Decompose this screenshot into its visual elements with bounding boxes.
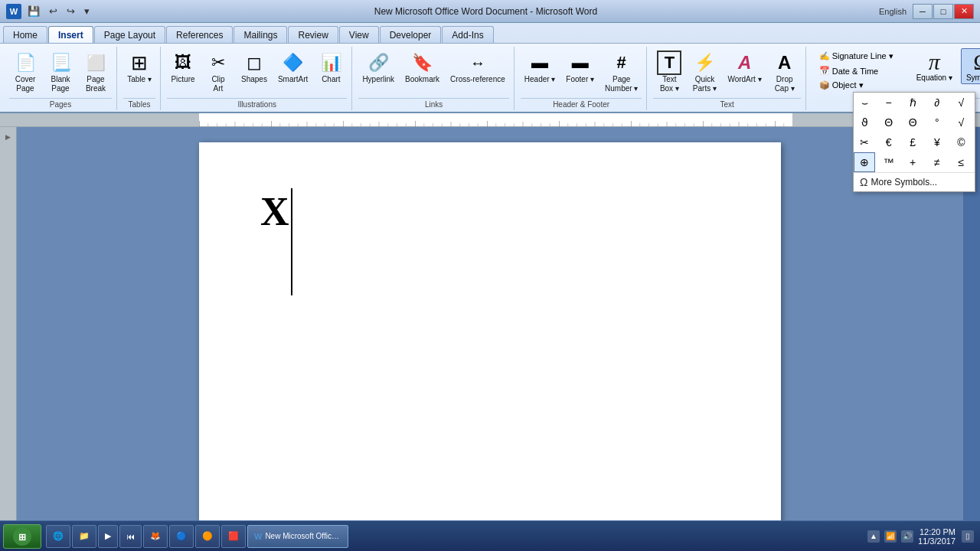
smartart-button[interactable]: 🔷 SmartArt (274, 48, 312, 86)
redo-quick-btn[interactable]: ↪ (64, 4, 78, 18)
cover-page-icon: 📄 (13, 51, 38, 75)
app2-taskbar-btn[interactable]: 🟥 (221, 525, 246, 548)
picture-icon: 🖼 (171, 51, 195, 75)
word-taskbar-btn[interactable]: W New Microsoft Office Word Document... (247, 525, 348, 548)
signature-line-button[interactable]: ✍ Signature Line ▾ (815, 50, 897, 63)
ruler-track (199, 113, 792, 126)
table-button[interactable]: ⊞ Table ▾ (123, 48, 155, 86)
left-panel: ▶ (0, 127, 17, 549)
tab-references[interactable]: References (166, 26, 233, 43)
cross-reference-button[interactable]: ↔ Cross-reference (446, 48, 509, 86)
text-box-button[interactable]: T TextBox ▾ (653, 48, 685, 96)
sym-9[interactable]: √ (950, 112, 972, 132)
illustrations-label: Illustrations (167, 98, 347, 109)
page-number-button[interactable]: # PageNumber ▾ (601, 48, 642, 96)
symbol-grid: ⌣ − ℏ ∂ √ ϑ Θ Θ ° √ ✂ € £ ¥ © ⊕ ™ + ≠ ≤ (854, 93, 975, 173)
tab-view[interactable]: View (339, 26, 379, 43)
sym-18[interactable]: ≠ (926, 152, 948, 172)
clip-art-button[interactable]: ✂ ClipArt (202, 48, 234, 96)
title-text: New Microsoft Office Word Document - Mic… (93, 6, 879, 17)
sym-15[interactable]: ⊕ (854, 152, 875, 172)
text-label: Text (653, 98, 800, 109)
ribbon-group-links: 🔗 Hyperlink 🔖 Bookmark ↔ Cross-reference… (354, 47, 514, 110)
sym-11[interactable]: € (878, 132, 900, 152)
minimize-button[interactable]: ─ (913, 4, 933, 19)
bookmark-button[interactable]: 🔖 Bookmark (401, 48, 443, 86)
shapes-button[interactable]: ◻ Shapes (237, 48, 271, 86)
document-area[interactable]: X (17, 127, 963, 549)
more-symbols-button[interactable]: Ω More Symbols... (854, 173, 975, 191)
sym-19[interactable]: ≤ (950, 152, 972, 172)
sym-17[interactable]: + (902, 152, 923, 172)
tab-mailings[interactable]: Mailings (234, 26, 287, 43)
cover-page-button[interactable]: 📄 CoverPage (9, 48, 41, 96)
undo-quick-btn[interactable]: ↩ (46, 4, 60, 18)
quick-access: 💾 ↩ ↪ ▾ (24, 4, 93, 18)
tab-home[interactable]: Home (3, 26, 47, 43)
ruler (0, 113, 980, 127)
symbol-button[interactable]: Ω Symbol ▾ (961, 48, 980, 84)
explorer-taskbar-btn[interactable]: 📁 (72, 525, 96, 548)
hyperlink-button[interactable]: 🔗 Hyperlink (358, 48, 398, 86)
close-button[interactable]: ✕ (954, 4, 974, 19)
object-icon: 📦 (819, 80, 830, 90)
language-indicator: English (879, 7, 906, 16)
sym-6[interactable]: Θ (878, 112, 900, 132)
sym-2[interactable]: ℏ (902, 93, 923, 112)
text-cursor-area: X (260, 188, 720, 295)
tab-review[interactable]: Review (288, 26, 338, 43)
tab-add-ins[interactable]: Add-Ins (442, 26, 493, 43)
sym-4[interactable]: √ (950, 93, 972, 112)
drop-cap-button[interactable]: A DropCap ▾ (769, 48, 801, 96)
ie-taskbar-btn[interactable]: 🌐 (46, 525, 70, 548)
tab-developer[interactable]: Developer (380, 26, 442, 43)
sym-10[interactable]: ✂ (854, 132, 875, 152)
prev-taskbar-btn[interactable]: ⏮ (119, 525, 142, 548)
sym-1[interactable]: − (878, 93, 900, 112)
sym-5[interactable]: ϑ (854, 112, 875, 132)
quick-parts-button[interactable]: ⚡ QuickParts ▾ (688, 48, 720, 96)
date-time-icon: 📅 (819, 66, 830, 76)
ribbon-content: 📄 CoverPage 📃 BlankPage ⬜ PageBreak Page… (0, 43, 980, 112)
date-time-button[interactable]: 📅 Date & Time (815, 64, 883, 77)
firefox-taskbar-btn[interactable]: 🦊 (143, 525, 168, 548)
picture-button[interactable]: 🖼 Picture (167, 48, 199, 86)
blank-page-icon: 📃 (48, 51, 73, 75)
header-button[interactable]: ▬ Header ▾ (521, 48, 560, 86)
word-taskbar-label: New Microsoft Office Word Document... (265, 532, 341, 540)
clock: 12:20 PM 11/3/2017 (918, 527, 956, 546)
show-desktop-icon[interactable]: ▯ (962, 530, 974, 543)
blank-page-button[interactable]: 📃 BlankPage (44, 48, 77, 96)
page-number-icon: # (609, 51, 634, 75)
sym-12[interactable]: £ (902, 132, 923, 152)
more-symbols-label: More Symbols... (871, 177, 937, 187)
tab-insert[interactable]: Insert (48, 26, 93, 43)
taskbar-apps: 🌐 📁 ▶ ⏮ 🦊 🔵 🟠 🟥 W New Microsoft Office W… (46, 525, 348, 548)
tab-page-layout[interactable]: Page Layout (94, 26, 165, 43)
object-button[interactable]: 📦 Object ▾ (815, 79, 867, 92)
sym-8[interactable]: ° (926, 112, 948, 132)
chrome-taskbar-btn[interactable]: 🔵 (169, 525, 194, 548)
sym-16[interactable]: ™ (878, 152, 900, 172)
chart-button[interactable]: 📊 Chart (315, 48, 347, 86)
media-taskbar-btn[interactable]: ▶ (98, 525, 118, 548)
ribbon: Home Insert Page Layout References Maili… (0, 23, 980, 113)
sym-3[interactable]: ∂ (926, 93, 948, 112)
sym-13[interactable]: ¥ (926, 132, 948, 152)
title-bar: W 💾 ↩ ↪ ▾ New Microsoft Office Word Docu… (0, 0, 980, 23)
sym-0[interactable]: ⌣ (854, 93, 875, 112)
start-button[interactable]: ⊞ (3, 524, 41, 549)
equation-button[interactable]: π Equation ▾ (911, 48, 958, 84)
save-quick-btn[interactable]: 💾 (24, 4, 43, 18)
maximize-button[interactable]: □ (933, 4, 953, 19)
page-break-button[interactable]: ⬜ PageBreak (80, 48, 112, 96)
footer-icon: ▬ (568, 51, 593, 75)
sym-14[interactable]: © (950, 132, 972, 152)
app1-taskbar-btn[interactable]: 🟠 (195, 525, 220, 548)
document-page[interactable]: X (199, 142, 781, 533)
pages-label: Pages (9, 98, 112, 109)
wordart-button[interactable]: A WordArt ▾ (724, 48, 765, 86)
sym-7[interactable]: Θ (902, 112, 923, 132)
more-quick-btn[interactable]: ▾ (81, 4, 93, 18)
footer-button[interactable]: ▬ Footer ▾ (562, 48, 598, 86)
